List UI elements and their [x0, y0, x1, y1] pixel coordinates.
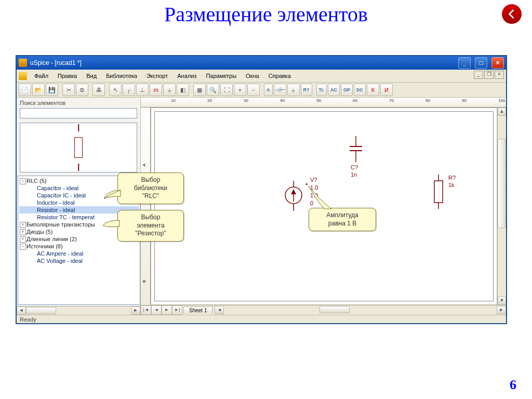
component-capacitor[interactable]: [345, 136, 366, 164]
ground-icon[interactable]: ⏚: [163, 84, 176, 96]
res-tool-icon[interactable]: R?: [301, 84, 312, 96]
menubar-icon: [19, 72, 27, 80]
wire-icon[interactable]: ┌: [123, 84, 135, 96]
component-resistor[interactable]: [431, 175, 446, 210]
menu-edit[interactable]: Правка: [54, 72, 81, 80]
run-icon[interactable]: К: [367, 84, 379, 96]
menu-file[interactable]: Файл: [30, 72, 52, 80]
cap-ref[interactable]: C?: [351, 164, 358, 170]
pointer-icon[interactable]: ↖: [109, 84, 122, 96]
menu-view[interactable]: Вид: [82, 72, 101, 80]
zoom-out-icon[interactable]: −: [247, 84, 260, 96]
callout-element: Выборэлемента"Резистор": [117, 210, 184, 242]
svg-rect-9: [434, 181, 443, 203]
sheet-next-icon[interactable]: ►: [162, 305, 172, 315]
junction-icon[interactable]: ⊥: [136, 84, 149, 96]
mdi-close-button[interactable]: ×: [495, 71, 504, 79]
save-icon[interactable]: 💾: [46, 84, 58, 96]
ruler-horizontal: 10 20 30 40 50 60 70 80 90 100: [141, 98, 506, 108]
window-title: uSpice - [rucad1 *]: [30, 59, 454, 66]
tr-button[interactable]: Tr.: [316, 84, 327, 96]
sidebar: Поиск элементов −RLC (5) Capacitor - ide…: [17, 98, 141, 315]
tree-item[interactable]: AC Ampere - ideal: [19, 250, 139, 257]
grid-icon[interactable]: ▦: [193, 84, 206, 96]
app-icon: [19, 59, 27, 67]
source-ref[interactable]: V?: [310, 177, 317, 183]
cut-icon[interactable]: ✂: [62, 84, 75, 96]
cap-val[interactable]: 1n: [351, 171, 357, 178]
menu-help[interactable]: Справка: [264, 72, 295, 80]
search-input[interactable]: [20, 108, 137, 118]
menu-library[interactable]: Библиотека: [102, 72, 141, 80]
print-icon[interactable]: 🖶: [92, 84, 105, 96]
sheet-footer: |◄ ◄ ► ►| Sheet 1 ◄►: [141, 305, 506, 315]
menu-export[interactable]: Экспорт: [142, 72, 172, 80]
stop-icon[interactable]: И: [380, 84, 393, 96]
mdi-restore-button[interactable]: ❐: [484, 71, 494, 79]
dc-button[interactable]: DC: [354, 84, 366, 96]
menu-params[interactable]: Параметры: [202, 72, 241, 80]
res-ref[interactable]: R?: [448, 175, 456, 181]
menubar: Файл Правка Вид Библиотека Экспорт Анали…: [17, 70, 506, 83]
minimize-button[interactable]: _: [458, 57, 471, 69]
ac-button[interactable]: AC: [328, 84, 340, 96]
op-button[interactable]: OP: [341, 84, 353, 96]
res-val[interactable]: 1k: [448, 182, 455, 188]
close-button[interactable]: ×: [491, 57, 504, 69]
page-number: 6: [510, 377, 516, 393]
sheet-tab[interactable]: Sheet 1: [183, 307, 212, 314]
search-label: Поиск элементов: [17, 98, 140, 108]
toolbar: 📄 📂 💾 ✂ ⧉ 🖶 ↖ ┌ ⊥ m ⏚ ◧ ▦ 🔍 ⛶ + − A ⊣⊢ ⏚…: [17, 83, 506, 98]
menu-windows[interactable]: Окна: [242, 72, 263, 80]
tree-node-sources[interactable]: −Источники (8): [19, 243, 139, 250]
cap-tool-icon[interactable]: ⊣⊢: [274, 84, 286, 96]
tree-item[interactable]: AC Voltage - ideal: [19, 257, 139, 264]
zoom-icon[interactable]: 🔍: [207, 84, 219, 96]
new-icon[interactable]: 📄: [19, 84, 31, 96]
maximize-button[interactable]: □: [475, 57, 487, 69]
zoom-in-icon[interactable]: +: [234, 84, 246, 96]
back-button[interactable]: [502, 4, 522, 24]
sheet-first-icon[interactable]: |◄: [141, 305, 151, 315]
ruler-vertical: A B: [141, 108, 151, 305]
callout-amplitude: Амплитударавна 1 В: [309, 208, 376, 231]
copy-icon[interactable]: ⧉: [76, 84, 88, 96]
mdi-minimize-button[interactable]: _: [474, 71, 483, 79]
sidebar-hscrollbar[interactable]: ◄►: [17, 306, 140, 315]
sheet-last-icon[interactable]: ►|: [172, 305, 182, 315]
zoom-all-icon[interactable]: ⛶: [220, 84, 233, 96]
menu-analysis[interactable]: Анализ: [173, 72, 201, 80]
statusbar: Ready: [17, 315, 506, 324]
app-window: uSpice - [rucad1 *] _ □ × Файл Правка Ви…: [16, 55, 507, 324]
port-icon[interactable]: ◧: [177, 84, 189, 96]
canvas-vscrollbar[interactable]: ▲ ▼: [497, 108, 506, 305]
open-icon[interactable]: 📂: [32, 84, 45, 96]
label-icon[interactable]: m: [150, 84, 162, 96]
ground2-icon[interactable]: ⏚: [287, 84, 300, 96]
component-preview: [20, 123, 137, 172]
sheet-prev-icon[interactable]: ◄: [151, 305, 162, 315]
titlebar: uSpice - [rucad1 *] _ □ ×: [17, 56, 506, 70]
slide-title: Размещение элементов: [0, 2, 532, 26]
callout-library: Выборбиблиотеки"RLC": [117, 172, 184, 204]
component-voltage-source[interactable]: [284, 181, 305, 212]
text-tool-icon[interactable]: A: [264, 84, 273, 96]
